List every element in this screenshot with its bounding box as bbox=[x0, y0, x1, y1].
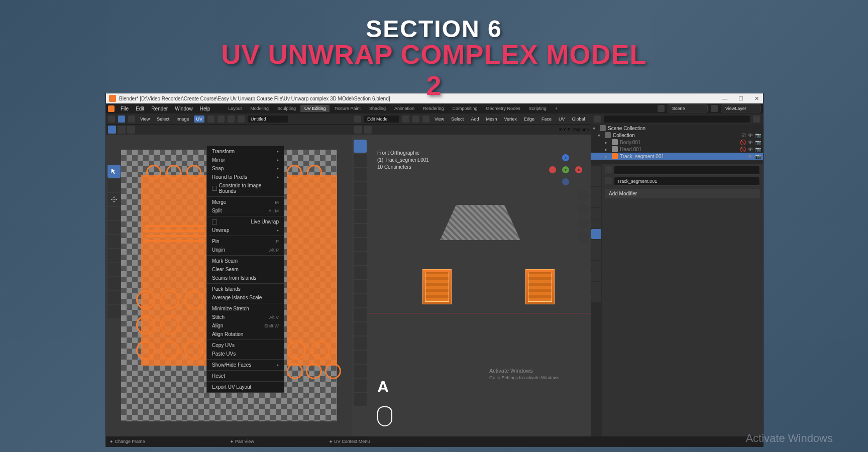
proportional-icon[interactable] bbox=[228, 116, 235, 123]
tab-uv-editing[interactable]: UV Editing bbox=[300, 105, 330, 112]
tree-scene-collection[interactable]: ▾ Scene Collection bbox=[591, 125, 763, 132]
vp-tool-select[interactable] bbox=[354, 140, 367, 153]
tab-sculpting[interactable]: Sculpting bbox=[273, 105, 300, 112]
uv-menu-mark-seam[interactable]: Mark Seam bbox=[207, 257, 284, 265]
tool-pinch[interactable] bbox=[107, 305, 121, 318]
uv-menu-min-stretch[interactable]: Minimize Stretch bbox=[207, 304, 284, 313]
vp-tool-spin[interactable] bbox=[354, 336, 367, 350]
uv-menu-mirror[interactable]: Mirror▸ bbox=[207, 156, 284, 164]
nav-gizmo[interactable]: Y X Z bbox=[553, 157, 578, 182]
tree-item-head[interactable]: ▸ Head.001 🚫👁📷 bbox=[591, 146, 763, 153]
uv-menu-round-pixels[interactable]: Round to Pixels▸ bbox=[207, 173, 284, 181]
vp-menu-uv[interactable]: UV bbox=[557, 116, 567, 123]
tab-layout[interactable]: Layout bbox=[224, 105, 246, 112]
tool-rip[interactable] bbox=[107, 263, 121, 276]
uv-menu-image[interactable]: Image bbox=[174, 116, 191, 123]
uv-sync-icon[interactable] bbox=[118, 116, 125, 123]
vp-orient[interactable]: Global bbox=[570, 116, 587, 123]
face-select-icon[interactable] bbox=[422, 116, 429, 123]
tool-rotate[interactable] bbox=[107, 207, 121, 220]
uv-menu-stitch[interactable]: StitchAlt V bbox=[207, 313, 284, 321]
uv-menu-unpin[interactable]: UnpinAlt P bbox=[207, 246, 284, 254]
uv-display-btn[interactable] bbox=[118, 126, 126, 134]
pan-icon[interactable] bbox=[578, 204, 589, 215]
uv-select-mode-icon[interactable] bbox=[128, 116, 135, 123]
scene-icon[interactable] bbox=[658, 105, 665, 112]
tree-item-body[interactable]: ▸ Body.001 🚫👁📷 bbox=[591, 139, 763, 146]
object-name-field[interactable] bbox=[614, 177, 760, 186]
prop-tab-object[interactable] bbox=[591, 218, 601, 229]
vp-tool-knife[interactable] bbox=[354, 308, 367, 321]
snap-icon[interactable] bbox=[218, 116, 225, 123]
prop-search-icon[interactable] bbox=[605, 166, 612, 173]
vp-tool-smooth[interactable] bbox=[354, 351, 367, 364]
vp-tool-poly-build[interactable] bbox=[354, 322, 367, 335]
vp-tool-move[interactable] bbox=[354, 168, 367, 181]
prop-tab-data[interactable] bbox=[591, 271, 601, 281]
prop-tab-constraint[interactable] bbox=[591, 261, 601, 271]
tool-cursor[interactable] bbox=[107, 165, 121, 178]
uv-menu-align-rotation[interactable]: Align Rotation bbox=[207, 330, 284, 338]
vp-tool-extrude[interactable] bbox=[354, 252, 367, 265]
prop-tab-physics[interactable] bbox=[591, 250, 601, 260]
vp-tool-edge-slide[interactable] bbox=[354, 365, 367, 378]
uv-menu-uv[interactable]: UV bbox=[194, 116, 204, 123]
tree-item-track[interactable]: ▸ Track_segment.001 👁📷 bbox=[591, 153, 763, 160]
outliner-filter-icon[interactable] bbox=[753, 116, 760, 123]
menu-window[interactable]: Window bbox=[172, 105, 196, 112]
tab-rendering[interactable]: Rendering bbox=[419, 105, 448, 112]
outliner-type-icon[interactable] bbox=[594, 116, 601, 123]
tab-add[interactable]: + bbox=[551, 105, 562, 112]
viewport-canvas[interactable]: Front Orthographic (1) Track_segment.001… bbox=[352, 135, 591, 436]
uv-menu-view[interactable]: View bbox=[138, 116, 152, 123]
editor-type-icon[interactable] bbox=[108, 116, 115, 123]
mode-selector[interactable] bbox=[364, 116, 399, 123]
uv-menu-transform[interactable]: Transform▸ bbox=[207, 147, 284, 156]
blender-logo-icon[interactable] bbox=[108, 105, 115, 112]
uv-menu-align[interactable]: AlignShift W bbox=[207, 321, 284, 330]
uv-menu-unwrap[interactable]: Unwrap▸ bbox=[207, 226, 284, 235]
prop-tab-output[interactable] bbox=[591, 176, 601, 186]
tool-scale[interactable] bbox=[107, 221, 121, 234]
vp-tool-bevel[interactable] bbox=[354, 280, 367, 293]
menu-help[interactable]: Help bbox=[197, 105, 213, 112]
vp-tool-annotate[interactable] bbox=[354, 224, 367, 237]
vp-tool-cursor[interactable] bbox=[354, 154, 367, 167]
prop-tab-modifier[interactable] bbox=[591, 229, 601, 239]
vp-tool-scale[interactable] bbox=[354, 196, 367, 209]
tool-grab[interactable] bbox=[107, 277, 121, 290]
uv-canvas[interactable]: Transform▸ Mirror▸ Snap▸ Round to Pixels… bbox=[106, 135, 352, 436]
close-button[interactable]: ✕ bbox=[751, 95, 762, 102]
outliner-search[interactable] bbox=[604, 116, 750, 123]
uv-menu-reset[interactable]: Reset bbox=[207, 372, 284, 380]
vertex-select-icon[interactable] bbox=[402, 116, 409, 123]
menu-render[interactable]: Render bbox=[148, 105, 171, 112]
vp-tool-measure[interactable] bbox=[354, 238, 367, 251]
add-modifier-button[interactable]: Add Modifier bbox=[605, 189, 760, 198]
zoom-icon[interactable] bbox=[578, 190, 589, 201]
vp-tool-rip[interactable] bbox=[354, 393, 367, 406]
menu-edit[interactable]: Edit bbox=[133, 105, 147, 112]
tab-compositing[interactable]: Compositing bbox=[449, 105, 482, 112]
uv-menu-export-layout[interactable]: Export UV Layout bbox=[207, 383, 284, 391]
uv-channels-btn[interactable] bbox=[127, 126, 135, 134]
edge-select-icon[interactable] bbox=[412, 116, 419, 123]
tool-move[interactable] bbox=[107, 193, 121, 206]
viewlayer-input[interactable] bbox=[721, 104, 761, 112]
prop-tab-view[interactable] bbox=[591, 187, 601, 197]
uv-menu-live-unwrap[interactable]: Live Unwrap bbox=[207, 217, 284, 226]
image-browse-icon[interactable] bbox=[238, 116, 245, 123]
options-label[interactable]: Options bbox=[573, 127, 589, 132]
prop-tab-material[interactable] bbox=[591, 282, 601, 292]
uv-menu-pin[interactable]: PinP bbox=[207, 237, 284, 246]
uv-menu-show-hide[interactable]: Show/Hide Faces▸ bbox=[207, 361, 284, 369]
prop-tab-texture[interactable] bbox=[591, 292, 601, 302]
tool-select-box[interactable] bbox=[107, 179, 121, 192]
vp-menu-add[interactable]: Add bbox=[469, 116, 481, 123]
pivot-icon[interactable] bbox=[207, 116, 214, 123]
tab-geometry-nodes[interactable]: Geometry Nodes bbox=[482, 105, 524, 112]
uv-menu-seams-islands[interactable]: Seams from Islands bbox=[207, 274, 284, 282]
uv-overlay-btn[interactable] bbox=[108, 126, 116, 134]
vp-tool-rotate[interactable] bbox=[354, 182, 367, 195]
tab-modeling[interactable]: Modeling bbox=[246, 105, 273, 112]
